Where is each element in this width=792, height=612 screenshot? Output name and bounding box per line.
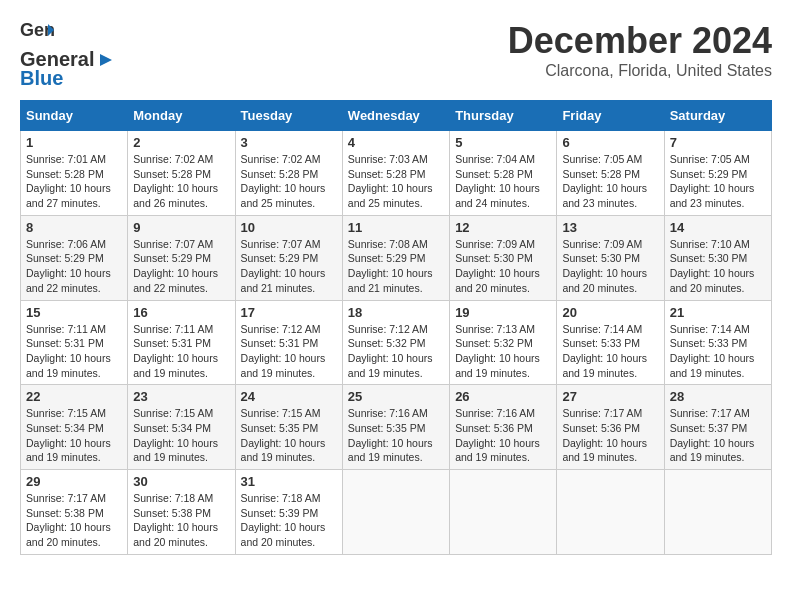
calendar-week-4: 22Sunrise: 7:15 AM Sunset: 5:34 PM Dayli… — [21, 385, 772, 470]
header-sunday: Sunday — [21, 101, 128, 131]
header: General General Blue December 2024 Clarc… — [20, 20, 772, 90]
calendar-day-22: 22Sunrise: 7:15 AM Sunset: 5:34 PM Dayli… — [21, 385, 128, 470]
calendar-day-15: 15Sunrise: 7:11 AM Sunset: 5:31 PM Dayli… — [21, 300, 128, 385]
calendar-day-27: 27Sunrise: 7:17 AM Sunset: 5:36 PM Dayli… — [557, 385, 664, 470]
day-number: 30 — [133, 474, 229, 489]
day-number: 23 — [133, 389, 229, 404]
logo-icon: General — [20, 20, 54, 48]
day-info: Sunrise: 7:08 AM Sunset: 5:29 PM Dayligh… — [348, 237, 444, 296]
day-number: 19 — [455, 305, 551, 320]
day-number: 11 — [348, 220, 444, 235]
day-number: 14 — [670, 220, 766, 235]
day-info: Sunrise: 7:12 AM Sunset: 5:32 PM Dayligh… — [348, 322, 444, 381]
calendar-day-19: 19Sunrise: 7:13 AM Sunset: 5:32 PM Dayli… — [450, 300, 557, 385]
calendar-day-12: 12Sunrise: 7:09 AM Sunset: 5:30 PM Dayli… — [450, 215, 557, 300]
day-info: Sunrise: 7:10 AM Sunset: 5:30 PM Dayligh… — [670, 237, 766, 296]
day-info: Sunrise: 7:15 AM Sunset: 5:35 PM Dayligh… — [241, 406, 337, 465]
day-info: Sunrise: 7:07 AM Sunset: 5:29 PM Dayligh… — [133, 237, 229, 296]
day-info: Sunrise: 7:18 AM Sunset: 5:39 PM Dayligh… — [241, 491, 337, 550]
calendar-week-1: 1Sunrise: 7:01 AM Sunset: 5:28 PM Daylig… — [21, 131, 772, 216]
day-info: Sunrise: 7:09 AM Sunset: 5:30 PM Dayligh… — [455, 237, 551, 296]
day-number: 12 — [455, 220, 551, 235]
day-number: 2 — [133, 135, 229, 150]
day-number: 8 — [26, 220, 122, 235]
day-number: 5 — [455, 135, 551, 150]
day-info: Sunrise: 7:07 AM Sunset: 5:29 PM Dayligh… — [241, 237, 337, 296]
day-number: 3 — [241, 135, 337, 150]
calendar-day-16: 16Sunrise: 7:11 AM Sunset: 5:31 PM Dayli… — [128, 300, 235, 385]
day-info: Sunrise: 7:17 AM Sunset: 5:36 PM Dayligh… — [562, 406, 658, 465]
day-info: Sunrise: 7:09 AM Sunset: 5:30 PM Dayligh… — [562, 237, 658, 296]
day-number: 6 — [562, 135, 658, 150]
calendar-day-18: 18Sunrise: 7:12 AM Sunset: 5:32 PM Dayli… — [342, 300, 449, 385]
day-number: 9 — [133, 220, 229, 235]
calendar-day-6: 6Sunrise: 7:05 AM Sunset: 5:28 PM Daylig… — [557, 131, 664, 216]
calendar-table: SundayMondayTuesdayWednesdayThursdayFrid… — [20, 100, 772, 555]
day-info: Sunrise: 7:02 AM Sunset: 5:28 PM Dayligh… — [133, 152, 229, 211]
day-number: 4 — [348, 135, 444, 150]
svg-marker-2 — [100, 54, 112, 66]
day-info: Sunrise: 7:12 AM Sunset: 5:31 PM Dayligh… — [241, 322, 337, 381]
calendar-empty-cell — [450, 470, 557, 555]
day-info: Sunrise: 7:17 AM Sunset: 5:37 PM Dayligh… — [670, 406, 766, 465]
day-info: Sunrise: 7:18 AM Sunset: 5:38 PM Dayligh… — [133, 491, 229, 550]
header-monday: Monday — [128, 101, 235, 131]
calendar-empty-cell — [664, 470, 771, 555]
calendar-day-24: 24Sunrise: 7:15 AM Sunset: 5:35 PM Dayli… — [235, 385, 342, 470]
calendar-day-1: 1Sunrise: 7:01 AM Sunset: 5:28 PM Daylig… — [21, 131, 128, 216]
calendar-day-11: 11Sunrise: 7:08 AM Sunset: 5:29 PM Dayli… — [342, 215, 449, 300]
calendar-day-20: 20Sunrise: 7:14 AM Sunset: 5:33 PM Dayli… — [557, 300, 664, 385]
calendar-day-25: 25Sunrise: 7:16 AM Sunset: 5:35 PM Dayli… — [342, 385, 449, 470]
day-number: 29 — [26, 474, 122, 489]
day-number: 10 — [241, 220, 337, 235]
header-wednesday: Wednesday — [342, 101, 449, 131]
day-number: 25 — [348, 389, 444, 404]
header-saturday: Saturday — [664, 101, 771, 131]
title-area: December 2024 Clarcona, Florida, United … — [508, 20, 772, 80]
calendar-day-17: 17Sunrise: 7:12 AM Sunset: 5:31 PM Dayli… — [235, 300, 342, 385]
day-info: Sunrise: 7:17 AM Sunset: 5:38 PM Dayligh… — [26, 491, 122, 550]
day-info: Sunrise: 7:03 AM Sunset: 5:28 PM Dayligh… — [348, 152, 444, 211]
day-number: 28 — [670, 389, 766, 404]
day-info: Sunrise: 7:01 AM Sunset: 5:28 PM Dayligh… — [26, 152, 122, 211]
day-number: 21 — [670, 305, 766, 320]
calendar-header-row: SundayMondayTuesdayWednesdayThursdayFrid… — [21, 101, 772, 131]
day-number: 18 — [348, 305, 444, 320]
calendar-day-9: 9Sunrise: 7:07 AM Sunset: 5:29 PM Daylig… — [128, 215, 235, 300]
day-info: Sunrise: 7:04 AM Sunset: 5:28 PM Dayligh… — [455, 152, 551, 211]
calendar-day-2: 2Sunrise: 7:02 AM Sunset: 5:28 PM Daylig… — [128, 131, 235, 216]
calendar-week-5: 29Sunrise: 7:17 AM Sunset: 5:38 PM Dayli… — [21, 470, 772, 555]
day-number: 13 — [562, 220, 658, 235]
calendar-day-13: 13Sunrise: 7:09 AM Sunset: 5:30 PM Dayli… — [557, 215, 664, 300]
calendar-day-26: 26Sunrise: 7:16 AM Sunset: 5:36 PM Dayli… — [450, 385, 557, 470]
day-number: 17 — [241, 305, 337, 320]
day-info: Sunrise: 7:11 AM Sunset: 5:31 PM Dayligh… — [133, 322, 229, 381]
calendar-week-3: 15Sunrise: 7:11 AM Sunset: 5:31 PM Dayli… — [21, 300, 772, 385]
day-info: Sunrise: 7:05 AM Sunset: 5:28 PM Dayligh… — [562, 152, 658, 211]
calendar-week-2: 8Sunrise: 7:06 AM Sunset: 5:29 PM Daylig… — [21, 215, 772, 300]
day-info: Sunrise: 7:16 AM Sunset: 5:36 PM Dayligh… — [455, 406, 551, 465]
day-number: 31 — [241, 474, 337, 489]
logo: General General Blue — [20, 20, 116, 90]
calendar-day-29: 29Sunrise: 7:17 AM Sunset: 5:38 PM Dayli… — [21, 470, 128, 555]
calendar-day-3: 3Sunrise: 7:02 AM Sunset: 5:28 PM Daylig… — [235, 131, 342, 216]
calendar-day-5: 5Sunrise: 7:04 AM Sunset: 5:28 PM Daylig… — [450, 131, 557, 216]
day-number: 7 — [670, 135, 766, 150]
day-info: Sunrise: 7:02 AM Sunset: 5:28 PM Dayligh… — [241, 152, 337, 211]
calendar-day-8: 8Sunrise: 7:06 AM Sunset: 5:29 PM Daylig… — [21, 215, 128, 300]
day-number: 20 — [562, 305, 658, 320]
header-thursday: Thursday — [450, 101, 557, 131]
header-tuesday: Tuesday — [235, 101, 342, 131]
day-info: Sunrise: 7:15 AM Sunset: 5:34 PM Dayligh… — [26, 406, 122, 465]
day-info: Sunrise: 7:14 AM Sunset: 5:33 PM Dayligh… — [562, 322, 658, 381]
day-info: Sunrise: 7:11 AM Sunset: 5:31 PM Dayligh… — [26, 322, 122, 381]
header-friday: Friday — [557, 101, 664, 131]
calendar-subtitle: Clarcona, Florida, United States — [508, 62, 772, 80]
day-info: Sunrise: 7:14 AM Sunset: 5:33 PM Dayligh… — [670, 322, 766, 381]
calendar-empty-cell — [557, 470, 664, 555]
logo-blue: Blue — [20, 67, 63, 90]
calendar-day-30: 30Sunrise: 7:18 AM Sunset: 5:38 PM Dayli… — [128, 470, 235, 555]
calendar-day-31: 31Sunrise: 7:18 AM Sunset: 5:39 PM Dayli… — [235, 470, 342, 555]
calendar-day-28: 28Sunrise: 7:17 AM Sunset: 5:37 PM Dayli… — [664, 385, 771, 470]
calendar-day-7: 7Sunrise: 7:05 AM Sunset: 5:29 PM Daylig… — [664, 131, 771, 216]
